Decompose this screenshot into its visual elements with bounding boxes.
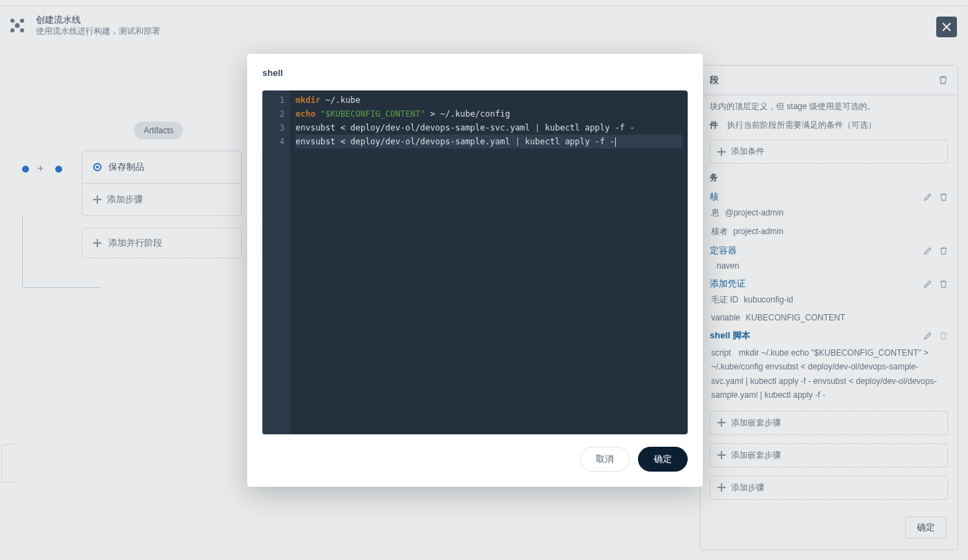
confirm-button[interactable]: 确定: [638, 447, 688, 472]
cursor: [615, 137, 616, 147]
code-editor[interactable]: 1234 mkdir ~/.kube echo "$KUBECONFIG_CON…: [262, 90, 688, 434]
editor-content[interactable]: mkdir ~/.kube echo "$KUBECONFIG_CONTENT"…: [290, 90, 688, 434]
editor-gutter: 1234: [262, 90, 290, 434]
modal-footer: 取消 确定: [247, 434, 703, 487]
cancel-button[interactable]: 取消: [580, 447, 630, 472]
shell-editor-modal: shell 1234 mkdir ~/.kube echo "$KUBECONF…: [247, 54, 703, 487]
modal-title: shell: [247, 54, 703, 86]
